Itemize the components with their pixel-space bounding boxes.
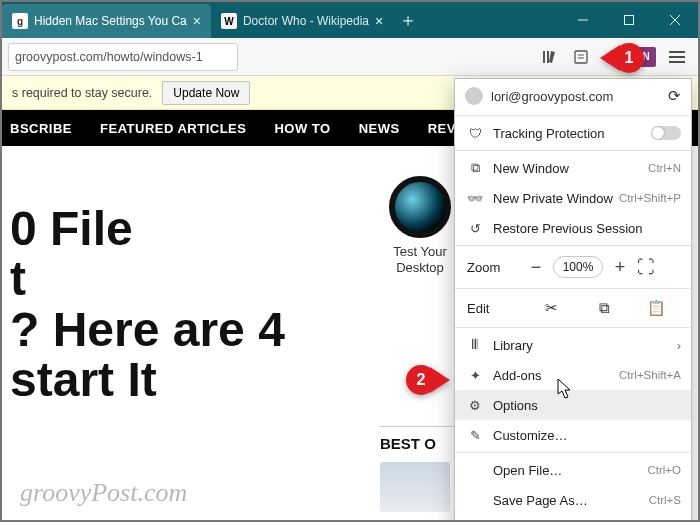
fullscreen-icon[interactable]: ⛶ — [633, 254, 659, 280]
zoom-in-button[interactable]: + — [607, 254, 633, 280]
account-email: lori@groovypost.com — [491, 89, 668, 104]
tracking-toggle[interactable] — [651, 126, 681, 140]
menu-restore-session[interactable]: ↺ Restore Previous Session — [455, 213, 691, 243]
paste-icon[interactable]: 📋 — [630, 299, 683, 317]
menu-customize[interactable]: ✎ Customize… — [455, 420, 691, 450]
menu-addons[interactable]: ✦ Add-ons Ctrl+Shift+A — [455, 360, 691, 390]
svg-rect-4 — [575, 51, 587, 63]
menu-new-window[interactable]: ⧉ New Window Ctrl+N — [455, 153, 691, 183]
tab-1-close-icon[interactable]: × — [193, 13, 201, 29]
menu-tracking-protection[interactable]: 🛡 Tracking Protection — [455, 118, 691, 148]
onenote-icon[interactable]: N — [636, 47, 656, 67]
mask-icon: 👓 — [465, 191, 485, 206]
window-icon: ⧉ — [465, 160, 485, 176]
copy-icon[interactable]: ⧉ — [578, 299, 631, 317]
menu-zoom-row: Zoom − 100% + ⛶ — [455, 248, 691, 286]
gear-icon: ⚙ — [465, 398, 485, 413]
article-headline: 0 File t ? Here are 4 start It — [10, 204, 370, 406]
tab-2[interactable]: W Doctor Who - Wikipedia × — [211, 4, 393, 38]
browser-titlebar: g Hidden Mac Settings You Ca × W Doctor … — [2, 2, 698, 38]
zoom-out-button[interactable]: − — [523, 254, 549, 280]
menu-open-file[interactable]: Open File… Ctrl+O — [455, 455, 691, 485]
tab-1[interactable]: g Hidden Mac Settings You Ca × — [2, 4, 211, 38]
zoom-label: Zoom — [463, 260, 523, 275]
library-icon: 𝄃𝄃 — [465, 337, 485, 353]
tab-1-label: Hidden Mac Settings You Ca — [34, 14, 187, 28]
nav-howto[interactable]: HOW TO — [274, 121, 330, 136]
sidebar-caption: Test Your Desktop — [380, 244, 460, 277]
address-bar[interactable]: groovypost.com/howto/windows-1 — [8, 43, 238, 71]
tab-2-favicon: W — [221, 13, 237, 29]
tab-2-label: Doctor Who - Wikipedia — [243, 14, 369, 28]
zoom-value[interactable]: 100% — [553, 256, 603, 278]
watermark: groovyPost.com — [20, 478, 187, 508]
menu-account-row[interactable]: lori@groovypost.com ⟳ — [455, 79, 691, 113]
close-window-button[interactable] — [652, 2, 698, 38]
tab-2-close-icon[interactable]: × — [375, 13, 383, 29]
best-of-thumb — [380, 462, 450, 512]
window-controls — [560, 2, 698, 38]
app-menu-panel: lori@groovypost.com ⟳ 🛡 Tracking Protect… — [454, 78, 692, 522]
update-now-button[interactable]: Update Now — [162, 81, 250, 105]
puzzle-icon: ✦ — [465, 368, 485, 383]
browser-toolbar: groovypost.com/howto/windows-1 N — [2, 38, 698, 76]
menu-options[interactable]: ⚙ Options — [455, 390, 691, 420]
edit-label: Edit — [463, 301, 525, 316]
library-icon[interactable] — [540, 48, 558, 66]
shield-icon: 🛡 — [465, 126, 485, 141]
menu-new-private-window[interactable]: 👓 New Private Window Ctrl+Shift+P — [455, 183, 691, 213]
nav-news[interactable]: NEWS — [359, 121, 400, 136]
svg-rect-1 — [625, 16, 634, 25]
cut-icon[interactable]: ✂ — [525, 299, 578, 317]
paintbrush-icon: ✎ — [465, 428, 485, 443]
maximize-button[interactable] — [606, 2, 652, 38]
avatar-icon — [465, 87, 483, 105]
nav-featured[interactable]: FEATURED ARTICLES — [100, 121, 246, 136]
update-notice-text: s required to stay secure. — [12, 86, 152, 100]
chevron-right-icon: › — [677, 338, 681, 353]
menu-save-page-as[interactable]: Save Page As… Ctrl+S — [455, 485, 691, 515]
menu-print[interactable]: 🖶 Print… — [455, 515, 691, 522]
gauge-icon — [389, 176, 451, 238]
sync-refresh-icon[interactable]: ⟳ — [668, 87, 681, 105]
nav-subscribe[interactable]: BSCRIBE — [10, 121, 72, 136]
restore-icon: ↺ — [465, 221, 485, 236]
notifications-icon[interactable] — [604, 48, 622, 66]
url-text: groovypost.com/howto/windows-1 — [15, 50, 203, 64]
tab-1-favicon: g — [12, 13, 28, 29]
minimize-button[interactable] — [560, 2, 606, 38]
reader-icon[interactable] — [572, 48, 590, 66]
app-menu-button[interactable] — [662, 42, 692, 72]
menu-edit-row: Edit ✂ ⧉ 📋 — [455, 291, 691, 325]
new-tab-button[interactable]: ＋ — [393, 2, 423, 38]
sidebar-widget: Test Your Desktop — [380, 176, 460, 277]
menu-library[interactable]: 𝄃𝄃 Library › — [455, 330, 691, 360]
toolbar-icons: N — [540, 47, 662, 67]
